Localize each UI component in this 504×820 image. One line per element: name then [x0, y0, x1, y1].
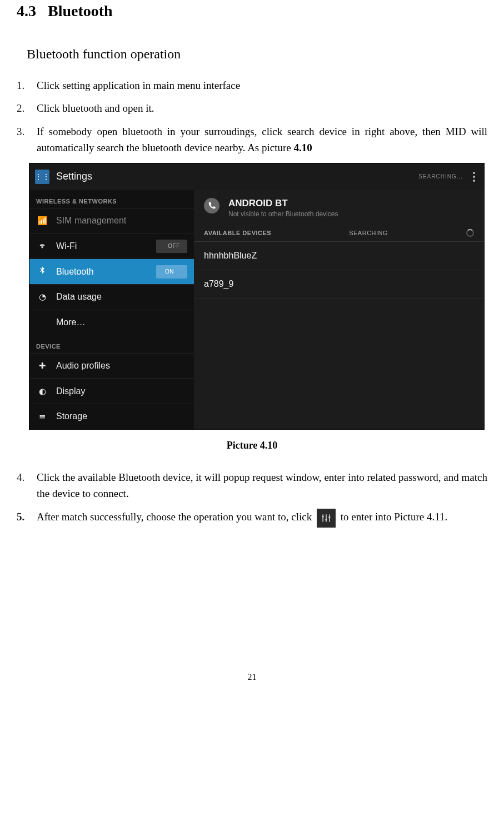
steps-list-continued: 4. Click the available Bluetooth device,…	[17, 469, 487, 528]
sidebar-item-data-usage[interactable]: ◔ Data usage	[29, 284, 194, 310]
step-text: After match successfully, choose the ope…	[37, 509, 487, 528]
step-number: 1.	[17, 77, 37, 93]
sidebar-category: WIRELESS & NETWORKS	[29, 190, 194, 208]
overflow-menu-icon[interactable]	[473, 172, 475, 182]
step-4: 4. Click the available Bluetooth device,…	[17, 469, 487, 502]
svg-rect-4	[325, 519, 327, 520]
sidebar-item-bluetooth[interactable]: Bluetooth ON	[29, 259, 194, 284]
section-number: 4.3	[17, 2, 36, 19]
storage-icon: ≣	[36, 411, 48, 421]
sidebar-item-label: Audio profiles	[56, 361, 110, 371]
sidebar-item-label: SIM management	[56, 216, 126, 226]
sidebar-item-label: More…	[56, 317, 85, 327]
sidebar-item-display[interactable]: ◐ Display	[29, 378, 194, 404]
svg-rect-5	[328, 516, 330, 518]
titlebar: ⋮⋮ Settings SEARCHING...	[29, 163, 484, 190]
page-number: 21	[17, 672, 487, 693]
steps-list: 1. Click setting application in main men…	[17, 77, 487, 156]
section-heading: 4.3 Bluetooth	[17, 2, 487, 20]
settings-sidebar: WIRELESS & NETWORKS 📶 SIM management Wi-…	[29, 190, 194, 429]
bluetooth-device-row[interactable]: a789_9	[194, 270, 484, 299]
sidebar-item-storage[interactable]: ≣ Storage	[29, 404, 194, 429]
step-text: Click bluetooth and open it.	[37, 100, 487, 116]
data-usage-icon: ◔	[36, 292, 48, 302]
phone-icon	[204, 198, 219, 213]
settings-icon: ⋮⋮	[35, 170, 49, 184]
step-text: If somebody open bluetooth in your surro…	[37, 123, 487, 156]
bluetooth-icon	[36, 266, 48, 277]
titlebar-title: Settings	[56, 171, 92, 182]
sim-icon: 📶	[36, 216, 48, 226]
own-device-subtext: Not visible to other Bluetooth devices	[228, 210, 338, 218]
sidebar-category: DEVICE	[29, 335, 194, 353]
step-5: 5. After match successfully, choose the …	[17, 509, 487, 528]
own-device-row[interactable]: ANDROID BT Not visible to other Bluetoot…	[194, 190, 484, 225]
wifi-toggle[interactable]: OFF	[156, 240, 187, 253]
spinner-icon	[466, 229, 474, 237]
bluetooth-toggle[interactable]: ON	[156, 265, 187, 279]
figure-caption: Picture 4.10	[17, 440, 487, 451]
audio-icon: ✚	[36, 361, 48, 371]
step-2: 2. Click bluetooth and open it.	[17, 100, 487, 116]
display-icon: ◐	[36, 386, 48, 396]
section-title: Bluetooth	[48, 2, 113, 19]
sidebar-item-audio[interactable]: ✚ Audio profiles	[29, 353, 194, 379]
sidebar-item-label: Bluetooth	[56, 267, 94, 277]
step-number: 3.	[17, 123, 37, 140]
step-text: Click the available Bluetooth device, it…	[37, 469, 487, 502]
step-3: 3. If somebody open bluetooth in your su…	[17, 123, 487, 156]
sidebar-item-label: Storage	[56, 411, 87, 421]
sidebar-item-sim[interactable]: 📶 SIM management	[29, 208, 194, 233]
step-text: Click setting application in main menu i…	[37, 77, 487, 93]
titlebar-status: SEARCHING...	[418, 173, 463, 180]
bluetooth-settings-screenshot: ⋮⋮ Settings SEARCHING... WIRELESS & NETW…	[29, 163, 485, 430]
step-number: 2.	[17, 100, 37, 116]
sidebar-item-label: Data usage	[56, 292, 102, 302]
step-number: 5.	[17, 509, 37, 525]
step-1: 1. Click setting application in main men…	[17, 77, 487, 93]
available-devices-header: AVAILABLE DEVICES SEARCHING	[194, 225, 484, 242]
available-label: AVAILABLE DEVICES	[204, 230, 271, 236]
picture-ref: 4.10	[294, 142, 312, 153]
bluetooth-device-row[interactable]: hhnhbhBlueZ	[194, 242, 484, 270]
sidebar-item-label: Display	[56, 386, 85, 396]
own-device-name: ANDROID BT	[228, 198, 338, 209]
wifi-icon	[36, 240, 48, 252]
step-number: 4.	[17, 469, 37, 485]
sidebar-item-label: Wi-Fi	[56, 241, 77, 251]
sliders-icon	[317, 509, 336, 528]
sidebar-item-more[interactable]: More…	[29, 310, 194, 335]
searching-label: SEARCHING	[349, 230, 388, 236]
subheading: Bluetooth function operation	[17, 47, 487, 62]
sidebar-item-wifi[interactable]: Wi-Fi OFF	[29, 233, 194, 259]
svg-rect-3	[322, 515, 324, 517]
bluetooth-main-panel: ANDROID BT Not visible to other Bluetoot…	[194, 190, 484, 429]
